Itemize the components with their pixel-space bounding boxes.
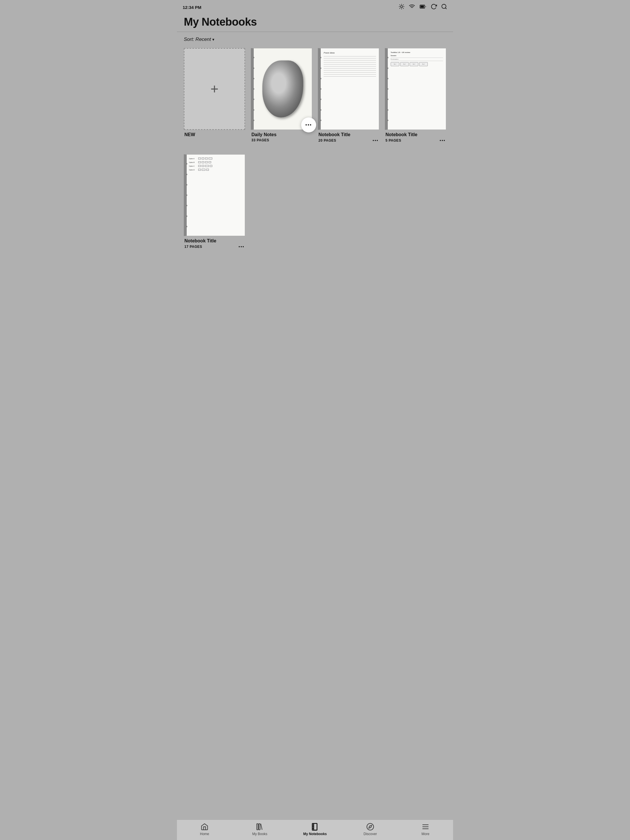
spiral-ring: [184, 173, 187, 175]
grid-empty-2: [318, 154, 379, 249]
option-label: Option B: [189, 161, 197, 163]
svg-point-0: [400, 5, 402, 8]
nav-label-discover: Discover: [364, 832, 377, 836]
spiral-ring: [251, 77, 254, 80]
cover-option-row: Option A: [189, 158, 243, 159]
svg-point-13: [442, 4, 446, 9]
spiral-ring: [251, 119, 254, 122]
svg-line-5: [400, 5, 400, 5]
notebook-item-new[interactable]: + NEW: [184, 48, 245, 143]
more-options-button-4[interactable]: •••: [238, 245, 244, 249]
cover-box: [198, 161, 201, 163]
svg-line-8: [403, 5, 403, 5]
option-label: Option A: [189, 158, 197, 159]
more-icon: [421, 823, 430, 831]
spiral-ring: [385, 119, 388, 122]
spiral-ring: [184, 226, 187, 228]
cover-box: [206, 169, 209, 171]
svg-point-22: [367, 823, 373, 830]
option-boxes: [198, 158, 212, 159]
cover-box: [198, 169, 201, 171]
cover-line: [324, 56, 376, 57]
cover-box: [202, 165, 204, 167]
chevron-down-icon: ▾: [212, 37, 214, 42]
notebook-sub-4: 17 PAGES •••: [184, 245, 244, 249]
spiral-ring: [184, 184, 187, 186]
svg-rect-12: [421, 5, 424, 8]
nav-item-more[interactable]: More: [398, 823, 453, 836]
cover-line: [324, 70, 376, 71]
cover-box-wide: [209, 158, 212, 159]
cover-text-section1: Scenario:: [391, 55, 443, 57]
option-boxes: [198, 161, 211, 163]
notebook-meta-3: Notebook Title 5 PAGES •••: [385, 130, 446, 143]
cover-line: [324, 60, 376, 60]
discover-icon: [366, 823, 374, 831]
spiral-ring: [251, 109, 254, 111]
notebook-meta-2: Notebook Title 20 PAGES •••: [318, 130, 379, 143]
sort-label[interactable]: Sort: Recent: [184, 36, 211, 42]
notebook-item-2[interactable]: Praxis Ideas Notebook Title 2: [318, 48, 379, 143]
grid-empty-3: [385, 154, 446, 249]
more-options-button-daily[interactable]: •••: [301, 117, 316, 133]
spiral-ring: [385, 77, 388, 80]
search-icon[interactable]: [441, 3, 447, 11]
nav-label-home: Home: [200, 832, 209, 836]
books-icon: [256, 823, 264, 831]
more-options-button-2[interactable]: •••: [373, 138, 379, 143]
option-boxes: [198, 169, 209, 171]
spiral-rings: [251, 48, 254, 129]
option-label: Option C: [189, 165, 197, 167]
notebook-cover-daily: [251, 48, 312, 130]
status-time: 12:34 PM: [183, 5, 202, 10]
wifi-icon: [409, 3, 415, 11]
nav-item-discover[interactable]: Discover: [343, 823, 398, 836]
cover-content-4: Option A Option B: [187, 155, 245, 236]
spiral-ring: [184, 215, 187, 217]
nav-label-my-books: My Books: [252, 832, 268, 836]
option-label: Option D: [189, 169, 197, 171]
notebook-item-4[interactable]: Option A Option B: [184, 154, 245, 249]
spiral-ring: [318, 109, 321, 111]
page-header: My Notebooks: [177, 14, 453, 32]
cover-text-title: Toolkits 1.8 – UX review: [391, 51, 443, 54]
cover-option-row: Option C: [189, 165, 243, 167]
cover-content-daily: [254, 48, 312, 129]
notebooks-icon: [311, 823, 319, 831]
more-dots-icon: •••: [306, 122, 312, 128]
svg-marker-23: [369, 825, 372, 828]
spiral-rings-4: [184, 155, 187, 236]
notebook-meta-new: NEW: [184, 130, 245, 137]
sort-row[interactable]: Sort: Recent ▾: [177, 32, 453, 48]
nav-item-home[interactable]: Home: [177, 823, 232, 836]
nav-label-my-notebooks: My Notebooks: [303, 832, 327, 836]
svg-rect-15: [257, 824, 258, 830]
notebook-item-daily[interactable]: Daily Notes 33 PAGES •••: [251, 48, 312, 143]
cover-text-body1: Pen interaction:: [391, 58, 443, 60]
nav-item-my-notebooks[interactable]: My Notebooks: [287, 823, 343, 836]
cover-box: [209, 161, 211, 163]
notebook-meta-daily: Daily Notes 33 PAGES: [251, 130, 312, 142]
cover-line-title: Praxis Ideas: [324, 52, 376, 54]
cover-option-row: Option D: [189, 169, 243, 171]
notebook-pages-3: 5 PAGES: [386, 139, 401, 142]
notebook-grid: + NEW Daily Notes: [177, 48, 453, 154]
battery-icon: [419, 3, 427, 11]
cover-content-3: Toolkits 1.8 – UX review Scenario: Pen i…: [388, 48, 446, 129]
home-icon: [200, 823, 209, 831]
cover-box: Box 1: [391, 62, 399, 66]
notebook-item-3[interactable]: Toolkits 1.8 – UX review Scenario: Pen i…: [385, 48, 446, 143]
option-boxes: [198, 165, 212, 167]
cover-box: [198, 165, 201, 167]
more-options-button-3[interactable]: •••: [439, 138, 446, 143]
status-bar: 12:34 PM: [177, 0, 453, 14]
grid-empty-1: [251, 154, 312, 249]
cover-box: [202, 158, 204, 159]
nav-item-my-books[interactable]: My Books: [232, 823, 287, 836]
notebook-sub-3: 5 PAGES •••: [386, 138, 446, 143]
notebook-cover-new[interactable]: +: [184, 48, 245, 130]
notebook-grid-row2: Option A Option B: [177, 154, 453, 261]
cover-box: [202, 161, 204, 163]
notebook-name-new: NEW: [184, 132, 244, 137]
spiral-rings-3: [385, 48, 388, 129]
